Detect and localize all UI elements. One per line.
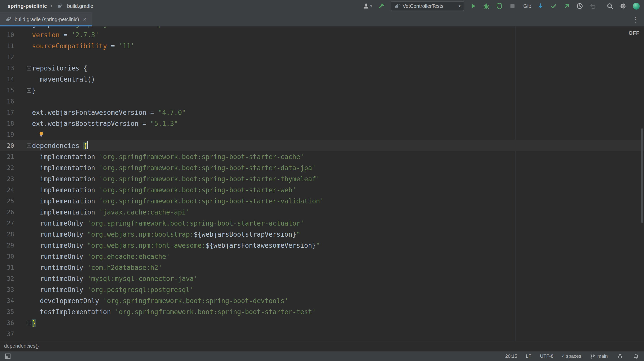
line-number[interactable]: 22 bbox=[0, 162, 14, 173]
code-text[interactable]: runtimeOnly 'org.postgresql:postgresql' bbox=[32, 284, 644, 295]
line-number[interactable]: 12 bbox=[0, 52, 14, 63]
gutter-fold-area[interactable] bbox=[14, 140, 32, 151]
user-button[interactable]: ▾ bbox=[363, 2, 372, 10]
settings-button[interactable] bbox=[619, 2, 627, 10]
code-line[interactable]: 32 runtimeOnly 'mysql:mysql-connector-ja… bbox=[0, 273, 644, 284]
code-text[interactable]: sourceCompatibility = '11' bbox=[32, 41, 644, 52]
code-line[interactable]: 19 bbox=[0, 129, 644, 140]
line-number[interactable]: 36 bbox=[0, 317, 14, 329]
toolwindow-toggle-button[interactable] bbox=[4, 352, 12, 360]
notifications-button[interactable] bbox=[632, 352, 640, 360]
line-number[interactable]: 35 bbox=[0, 306, 14, 317]
code-text[interactable]: implementation 'org.springframework.boot… bbox=[32, 185, 644, 196]
line-number[interactable]: 10 bbox=[0, 29, 14, 41]
git-update-button[interactable] bbox=[537, 2, 544, 10]
code-text[interactable]: repositories { bbox=[32, 63, 644, 74]
line-number[interactable]: 29 bbox=[0, 240, 14, 251]
code-line[interactable]: 9group = 'org.springframework.samples' bbox=[0, 26, 644, 29]
line-number[interactable]: 20 bbox=[0, 140, 14, 151]
line-number[interactable]: 17 bbox=[0, 107, 14, 118]
code-line[interactable]: 25 implementation 'org.springframework.b… bbox=[0, 196, 644, 207]
line-number[interactable]: 26 bbox=[0, 207, 14, 218]
code-line[interactable]: 34 developmentOnly 'org.springframework.… bbox=[0, 295, 644, 306]
code-text[interactable] bbox=[32, 52, 644, 63]
gutter-fold-area[interactable] bbox=[14, 85, 32, 96]
code-text[interactable]: } bbox=[32, 317, 644, 329]
line-number[interactable]: 14 bbox=[0, 74, 14, 85]
line-number[interactable]: 21 bbox=[0, 151, 14, 162]
code-line[interactable]: 33 runtimeOnly 'org.postgresql:postgresq… bbox=[0, 284, 644, 295]
code-line[interactable]: 29 runtimeOnly "org.webjars.npm:font-awe… bbox=[0, 240, 644, 251]
code-text[interactable]: version = '2.7.3' bbox=[32, 29, 644, 41]
code-text[interactable]: runtimeOnly 'com.h2database:h2' bbox=[32, 262, 644, 273]
code-text[interactable] bbox=[32, 329, 644, 340]
code-text[interactable] bbox=[32, 129, 644, 140]
code-text[interactable]: testImplementation 'org.springframework.… bbox=[32, 306, 644, 317]
line-number[interactable]: 16 bbox=[0, 96, 14, 107]
line-number[interactable]: 11 bbox=[0, 41, 14, 52]
line-number[interactable]: 15 bbox=[0, 85, 14, 96]
code-text[interactable]: developmentOnly 'org.springframework.boo… bbox=[32, 295, 644, 306]
code-line[interactable]: 20dependencies { bbox=[0, 140, 644, 151]
intention-bulb-icon[interactable] bbox=[38, 130, 45, 141]
code-text[interactable]: runtimeOnly 'org.springframework.boot:sp… bbox=[32, 218, 644, 229]
line-number[interactable]: 34 bbox=[0, 295, 14, 306]
fold-collapse-icon[interactable] bbox=[27, 66, 31, 70]
code-line[interactable]: 16 bbox=[0, 96, 644, 107]
code-text[interactable] bbox=[32, 96, 644, 107]
line-number[interactable]: 30 bbox=[0, 251, 14, 262]
code-line[interactable]: 22 implementation 'org.springframework.b… bbox=[0, 162, 644, 173]
git-push-button[interactable] bbox=[563, 2, 570, 10]
line-number[interactable]: 19 bbox=[0, 129, 14, 140]
tab-close-icon[interactable]: × bbox=[83, 16, 87, 22]
line-number[interactable]: 28 bbox=[0, 229, 14, 240]
code-line[interactable]: 36} bbox=[0, 317, 644, 329]
line-number[interactable]: 37 bbox=[0, 329, 14, 340]
code-line[interactable]: 30 runtimeOnly 'org.ehcache:ehcache' bbox=[0, 251, 644, 262]
code-line[interactable]: 31 runtimeOnly 'com.h2database:h2' bbox=[0, 262, 644, 273]
code-text[interactable]: mavenCentral() bbox=[32, 74, 644, 85]
code-line[interactable]: 21 implementation 'org.springframework.b… bbox=[0, 151, 644, 162]
code-line[interactable]: 18ext.webjarsBootstrapVersion = "5.1.3" bbox=[0, 118, 644, 129]
history-button[interactable] bbox=[576, 2, 584, 10]
code-line[interactable]: 28 runtimeOnly "org.webjars.npm:bootstra… bbox=[0, 229, 644, 240]
code-text[interactable]: implementation 'org.springframework.boot… bbox=[32, 162, 644, 173]
rollback-button[interactable] bbox=[589, 2, 597, 10]
code-text[interactable]: implementation 'org.springframework.boot… bbox=[32, 196, 644, 207]
code-line[interactable]: 13repositories { bbox=[0, 63, 644, 74]
line-separator-widget[interactable]: LF bbox=[526, 353, 531, 359]
code-text[interactable]: ext.webjarsBootstrapVersion = "5.1.3" bbox=[32, 118, 644, 129]
gutter-fold-area[interactable] bbox=[14, 317, 32, 329]
code-editor[interactable]: 9group = 'org.springframework.samples'10… bbox=[0, 26, 644, 341]
line-number[interactable]: 18 bbox=[0, 118, 14, 129]
code-line[interactable]: 37 bbox=[0, 329, 644, 340]
highlight-status-badge[interactable]: OFF bbox=[629, 30, 640, 36]
code-text[interactable]: runtimeOnly 'org.ehcache:ehcache' bbox=[32, 251, 644, 262]
line-number[interactable]: 9 bbox=[0, 26, 14, 29]
readonly-toggle-button[interactable] bbox=[616, 352, 624, 360]
code-line[interactable]: 10version = '2.7.3' bbox=[0, 29, 644, 41]
editor-tab[interactable]: build.gradle (spring-petclinic) × bbox=[0, 12, 92, 26]
run-button[interactable] bbox=[469, 2, 477, 10]
coverage-button[interactable] bbox=[496, 2, 503, 10]
breadcrumb-item[interactable]: dependencies{} bbox=[4, 343, 39, 349]
code-text[interactable]: runtimeOnly 'mysql:mysql-connector-java' bbox=[32, 273, 644, 284]
code-text[interactable]: implementation 'javax.cache:cache-api' bbox=[32, 207, 644, 218]
caret-position-widget[interactable]: 20:15 bbox=[505, 353, 517, 359]
search-everywhere-button[interactable] bbox=[606, 2, 614, 10]
code-line[interactable]: 11sourceCompatibility = '11' bbox=[0, 41, 644, 52]
tabs-more-button[interactable]: ⋮ bbox=[627, 12, 644, 26]
encoding-widget[interactable]: UTF-8 bbox=[540, 353, 554, 359]
editor-scrollbar[interactable] bbox=[641, 128, 643, 223]
line-number[interactable]: 13 bbox=[0, 63, 14, 74]
code-text[interactable]: dependencies { bbox=[32, 140, 644, 151]
fold-end-icon[interactable] bbox=[27, 321, 31, 325]
line-number[interactable]: 33 bbox=[0, 284, 14, 295]
code-line[interactable]: 24 implementation 'org.springframework.b… bbox=[0, 185, 644, 196]
code-text[interactable]: group = 'org.springframework.samples' bbox=[32, 26, 644, 29]
build-button[interactable] bbox=[378, 2, 385, 10]
code-line[interactable]: 17ext.webjarsFontawesomeVersion = "4.7.0… bbox=[0, 107, 644, 118]
stop-button[interactable] bbox=[509, 2, 516, 10]
file-name[interactable]: build.gradle bbox=[67, 3, 93, 9]
code-text[interactable]: implementation 'org.springframework.boot… bbox=[32, 173, 644, 185]
